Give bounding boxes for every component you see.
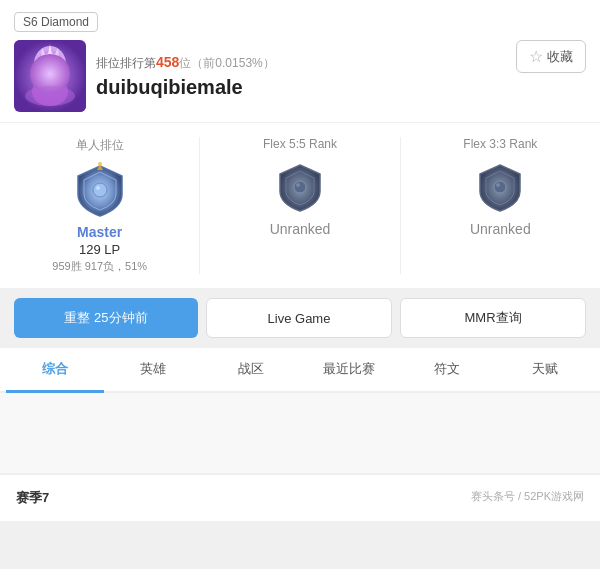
tab-战区-label: 战区 — [238, 361, 264, 376]
unranked-emblem-55 — [272, 159, 328, 215]
tab-nav: 综合 英雄 战区 最近比赛 符文 天赋 — [0, 348, 600, 393]
solo-rank-label: 单人排位 — [76, 137, 124, 154]
svg-point-10 — [93, 183, 107, 197]
svg-point-16 — [494, 181, 506, 193]
rank-prefix: 排位排行第 — [96, 56, 156, 70]
content-area — [0, 393, 600, 473]
avatar-svg — [14, 40, 86, 112]
profile-info: 排位排行第458位（前0.0153%） duibuqibiemale — [96, 54, 506, 99]
tab-最近比赛[interactable]: 最近比赛 — [300, 348, 398, 393]
unranked-emblem-33-svg — [474, 161, 526, 213]
svg-point-17 — [496, 183, 500, 187]
rank-info-text: 排位排行第458位（前0.0153%） — [96, 54, 506, 72]
s6-badge: S6 Diamond — [14, 12, 98, 32]
main-container: S6 Diamond — [0, 0, 600, 521]
solo-rank-name: Master — [77, 224, 122, 240]
collect-label: 收藏 — [547, 48, 573, 66]
rank-suffix: 位（前0.0153%） — [179, 56, 274, 70]
mmr-button[interactable]: MMR查询 — [400, 298, 586, 338]
rank-cards: 单人排位 — [0, 122, 600, 288]
unranked-emblem-33 — [472, 159, 528, 215]
champion-avatar — [14, 40, 86, 112]
star-icon: ☆ — [529, 47, 543, 66]
flex55-label: Flex 5:5 Rank — [263, 137, 337, 151]
tab-综合-label: 综合 — [42, 361, 68, 376]
avatar-image — [14, 40, 86, 112]
season-row: 赛季7 赛头条号 / 52PK游戏网 — [0, 474, 600, 521]
rank-card-solo: 单人排位 — [0, 137, 199, 274]
tab-符文[interactable]: 符文 — [398, 348, 496, 393]
tab-英雄-label: 英雄 — [140, 361, 166, 376]
live-game-button[interactable]: Live Game — [206, 298, 392, 338]
svg-point-6 — [32, 78, 68, 106]
tab-符文-label: 符文 — [434, 361, 460, 376]
unranked-emblem-55-svg — [274, 161, 326, 213]
watermark-label: 赛头条号 / 52PK游戏网 — [471, 489, 584, 507]
svg-point-11 — [96, 186, 100, 190]
svg-point-9 — [52, 60, 55, 63]
tab-战区[interactable]: 战区 — [202, 348, 300, 393]
svg-point-8 — [46, 60, 49, 63]
top-section: S6 Diamond — [0, 0, 600, 122]
svg-point-7 — [42, 53, 58, 71]
tab-最近比赛-label: 最近比赛 — [323, 361, 375, 376]
flex33-label: Flex 3:3 Rank — [463, 137, 537, 151]
tab-英雄[interactable]: 英雄 — [104, 348, 202, 393]
svg-point-14 — [294, 181, 306, 193]
flex33-rank-name: Unranked — [470, 221, 531, 237]
solo-rank-winloss: 959胜 917负，51% — [52, 259, 147, 274]
tab-综合[interactable]: 综合 — [6, 348, 104, 393]
season-label: 赛季7 — [16, 489, 49, 507]
master-emblem — [72, 162, 128, 218]
profile-row: 排位排行第458位（前0.0153%） duibuqibiemale ☆ 收藏 — [14, 40, 586, 112]
master-emblem-svg — [72, 162, 128, 218]
badge-row: S6 Diamond — [14, 12, 586, 32]
svg-point-13 — [98, 162, 102, 166]
refresh-button[interactable]: 重整 25分钟前 — [14, 298, 198, 338]
action-row: 重整 25分钟前 Live Game MMR查询 — [0, 288, 600, 348]
rank-card-flex33: Flex 3:3 Rank Unranked — [400, 137, 600, 274]
summoner-name: duibuqibiemale — [96, 76, 506, 99]
svg-point-15 — [296, 183, 300, 187]
solo-rank-lp: 129 LP — [79, 242, 120, 257]
tab-天赋[interactable]: 天赋 — [496, 348, 594, 393]
rank-num: 458 — [156, 54, 179, 70]
collect-button[interactable]: ☆ 收藏 — [516, 40, 586, 73]
rank-card-flex55: Flex 5:5 Rank Unranked — [199, 137, 399, 274]
tab-天赋-label: 天赋 — [532, 361, 558, 376]
flex55-rank-name: Unranked — [270, 221, 331, 237]
